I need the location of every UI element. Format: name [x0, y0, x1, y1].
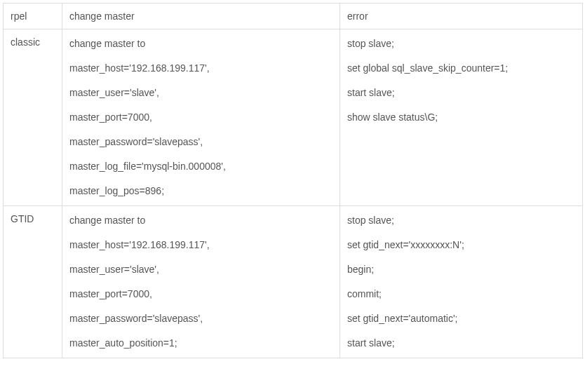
- code-line: master_port=7000,: [69, 287, 332, 302]
- code-line: master_password='slavepass',: [69, 135, 332, 149]
- code-line: master_auto_position=1;: [69, 336, 332, 351]
- code-line: stop slave;: [347, 213, 575, 228]
- code-line: stop slave;: [347, 36, 575, 51]
- code-line: master_log_pos=896;: [69, 184, 332, 198]
- code-line: master_user='slave',: [69, 86, 332, 100]
- code-line: master_host='192.168.199.117',: [69, 238, 332, 252]
- row-error: stop slave; set gtid_next='xxxxxxxx:N'; …: [340, 206, 583, 358]
- code-line: master_password='slavepass',: [69, 311, 332, 326]
- header-error: error: [340, 4, 583, 29]
- code-line: master_port=7000,: [69, 110, 332, 125]
- code-line: master_user='slave',: [69, 262, 332, 277]
- table-row: classic change master to master_host='19…: [4, 29, 583, 206]
- row-error: stop slave; set global sql_slave_skip_co…: [340, 29, 583, 206]
- header-change-master: change master: [62, 4, 340, 29]
- row-change-master: change master to master_host='192.168.19…: [62, 206, 340, 358]
- header-rpel: rpel: [4, 4, 62, 29]
- row-label: GTID: [4, 206, 62, 358]
- code-line: change master to: [69, 213, 332, 228]
- replication-table: rpel change master error classic change …: [3, 3, 583, 358]
- code-line: start slave;: [347, 86, 575, 100]
- code-line: set gtid_next='xxxxxxxx:N';: [347, 238, 575, 252]
- table-header-row: rpel change master error: [4, 4, 583, 29]
- row-change-master: change master to master_host='192.168.19…: [62, 29, 340, 206]
- code-line: change master to: [69, 36, 332, 51]
- table-row: GTID change master to master_host='192.1…: [4, 206, 583, 358]
- code-line: commit;: [347, 287, 575, 302]
- code-line: show slave status\G;: [347, 110, 575, 125]
- code-line: master_log_file='mysql-bin.000008',: [69, 159, 332, 174]
- code-line: set global sql_slave_skip_counter=1;: [347, 61, 575, 76]
- code-line: start slave;: [347, 336, 575, 351]
- row-label: classic: [4, 29, 62, 206]
- code-line: begin;: [347, 262, 575, 277]
- table-body: classic change master to master_host='19…: [4, 29, 583, 358]
- code-line: set gtid_next='automatic';: [347, 311, 575, 326]
- code-line: master_host='192.168.199.117',: [69, 61, 332, 76]
